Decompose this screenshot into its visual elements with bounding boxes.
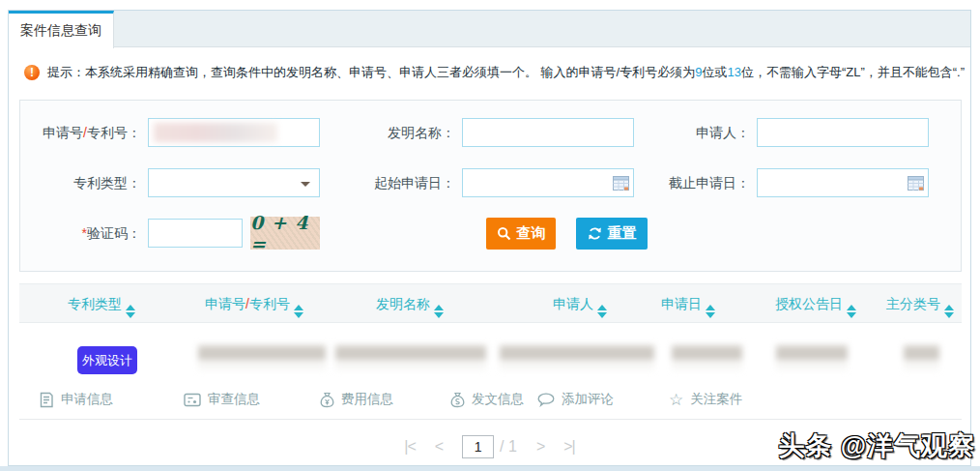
sort-icon — [434, 305, 444, 318]
notice-text: 提示：本系统采用精确查询，查询条件中的发明名称、申请号、申请人三者必须填一个。 … — [47, 64, 965, 81]
calendar-icon[interactable] — [908, 175, 924, 191]
sort-icon — [597, 305, 607, 318]
last-page-button[interactable]: >| — [563, 438, 575, 456]
reset-button[interactable]: 重置 — [576, 218, 648, 250]
page-number-input[interactable] — [462, 435, 494, 458]
tab-case-info-query[interactable]: 案件信息查询 — [9, 11, 114, 48]
chevron-down-icon — [301, 182, 310, 187]
patent-type-label: 专利类型： — [20, 168, 141, 197]
alert-icon: ! — [24, 65, 40, 80]
search-button[interactable]: 查询 — [486, 218, 556, 250]
captcha-image[interactable]: 0 + 4 = — [250, 217, 320, 250]
watermark: 头条 @洋气观察 — [778, 428, 975, 463]
document-icon — [39, 392, 54, 408]
comment-bubble-icon — [537, 393, 555, 407]
action-dispatch-info[interactable]: 发文信息 — [450, 387, 524, 412]
date-from-label: 起始申请日： — [310, 168, 455, 197]
star-icon: ☆ — [669, 392, 683, 408]
sort-icon — [126, 305, 135, 318]
action-apply-info[interactable]: 申请信息 — [39, 387, 113, 412]
redacted-app-no — [198, 345, 326, 371]
sort-icon — [294, 305, 303, 318]
first-page-button[interactable]: |< — [404, 438, 416, 456]
sort-icon — [706, 305, 715, 318]
col-header-app-no[interactable]: 申请号/专利号 — [172, 284, 336, 324]
captcha-challenge: 0 + 4 = — [250, 212, 320, 254]
divider — [19, 419, 962, 420]
page-total: / 1 — [500, 438, 517, 456]
applicant-label: 申请人： — [598, 118, 750, 147]
tab-bar — [9, 11, 970, 47]
app-no-label: 申请号/专利号： — [20, 118, 141, 147]
date-to-label: 截止申请日： — [598, 168, 750, 197]
action-review-info[interactable]: 审查信息 — [184, 387, 260, 412]
case-query-page: 案件信息查询 ! 提示：本系统采用精确查询，查询条件中的发明名称、申请号、申请人… — [0, 0, 980, 471]
col-header-filing-date[interactable]: 申请日 — [625, 284, 751, 324]
redacted-grant-date — [776, 345, 848, 371]
action-add-comment[interactable]: 添加评论 — [537, 387, 614, 412]
action-fee-info[interactable]: 费用信息 — [320, 387, 393, 412]
search-icon — [497, 226, 511, 241]
redacted-app-no-value — [154, 123, 277, 142]
redacted-applicant — [500, 345, 654, 371]
captcha-input[interactable] — [148, 219, 243, 248]
patent-type-badge: 外观设计 — [77, 346, 137, 374]
search-form: 申请号/专利号： 发明名称： 申请人： 专利类型： 起始申请日： 截止申请日： — [19, 100, 962, 272]
results-table-header: 专利类型 申请号/专利号 发明名称 申请人 申请日 授权公告日 主分类号 — [19, 283, 962, 323]
col-header-patent-type[interactable]: 专利类型 — [19, 284, 184, 324]
captcha-label: *验证码： — [20, 219, 141, 248]
review-card-icon — [184, 393, 201, 407]
money-bag-icon — [450, 392, 465, 408]
sort-icon — [944, 305, 954, 318]
prev-page-button[interactable]: < — [435, 438, 443, 456]
tab-label: 案件信息查询 — [20, 22, 101, 40]
applicant-input[interactable] — [757, 118, 929, 147]
redacted-filing-date — [672, 345, 742, 371]
date-to-field — [757, 168, 929, 197]
col-header-main-class[interactable]: 主分类号 — [857, 284, 980, 324]
sort-icon — [847, 305, 856, 318]
action-follow-case[interactable]: ☆ 关注案件 — [669, 387, 742, 412]
invention-name-label: 发明名称： — [310, 118, 455, 147]
redacted-invention-name — [335, 345, 486, 371]
notice-bar: ! 提示：本系统采用精确查询，查询条件中的发明名称、申请号、申请人三者必须填一个… — [24, 61, 963, 84]
app-no-input[interactable] — [148, 118, 320, 147]
refresh-icon — [588, 226, 602, 241]
bottom-strip — [0, 466, 980, 471]
redacted-main-class — [904, 345, 939, 371]
patent-type-select[interactable] — [148, 168, 320, 197]
money-bag-icon — [320, 392, 334, 408]
main-panel: 案件信息查询 ! 提示：本系统采用精确查询，查询条件中的发明名称、申请号、申请人… — [8, 10, 971, 466]
date-to-input[interactable] — [757, 168, 929, 197]
next-page-button[interactable]: > — [536, 438, 544, 456]
col-header-invention-name[interactable]: 发明名称 — [328, 284, 492, 324]
